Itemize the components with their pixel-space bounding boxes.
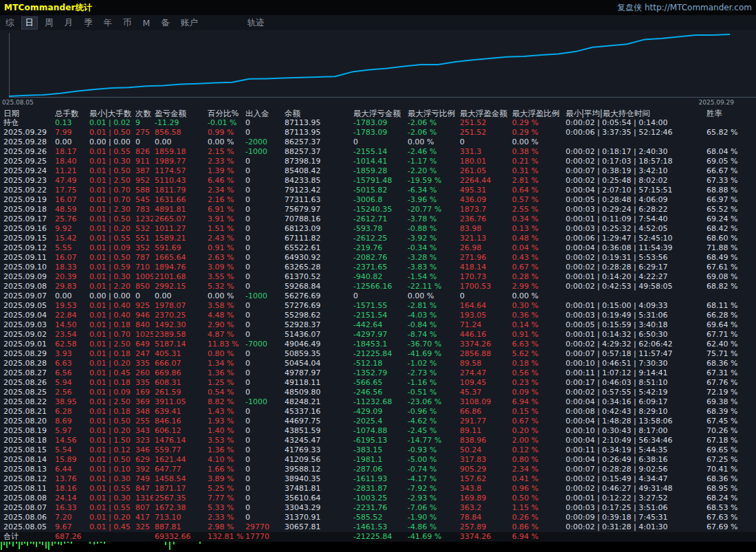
cell-9: -41.69 %: [406, 532, 458, 542]
table-row[interactable]: 2025.08.155.540.01 | 0.12346559.771.36 %…: [0, 445, 756, 455]
menu-item-3[interactable]: 月: [60, 16, 78, 30]
table-row[interactable]: 2025.09.2217.750.01 | 0.705881811.792.34…: [0, 186, 756, 195]
table-row[interactable]: 2025.08.276.560.01 | 0.45260669.861.36 %…: [0, 368, 756, 378]
table-row[interactable]: 2025.09.0162.580.01 | 2.506495187.1411.8…: [0, 340, 756, 349]
cell-2: 0.01 | 1.50: [88, 436, 134, 445]
cell-11: 0.29 %: [511, 128, 564, 137]
table-row[interactable]: 2025.08.293.930.01 | 0.18247405.310.80 %…: [0, 349, 756, 359]
site-link[interactable]: 复盘侠 http://MTCommander.com: [617, 2, 756, 14]
cell-12: 0:00:03 | 0:19:49 | 5:31:06: [564, 311, 705, 320]
table-row[interactable]: 2025.08.286.630.01 | 0.20335666.071.34 %…: [0, 359, 756, 368]
cell-9: -6.34 %: [406, 186, 458, 195]
cell-10: 45.37: [458, 388, 511, 397]
table-row[interactable]: 2025.09.169.920.01 | 0.205321011.271.51 …: [0, 224, 756, 234]
cell-3: 0: [134, 137, 153, 147]
table-row[interactable]: 2025.09.1116.070.01 | 0.507871665.642.63…: [0, 253, 756, 263]
table-row[interactable]: 2025.08.0824.140.01 | 0.3013162567.357.7…: [0, 494, 756, 503]
cell-12: 0:00:04 | 1:48:28 | 13:58:06: [564, 417, 705, 426]
cell-1: 18.16: [54, 484, 88, 494]
cell-9: -5.00 %: [406, 455, 458, 465]
stats-table: 日期总手数最小|大手数次数盈亏金额百分比%出入金余额最大浮亏金额最大浮亏比例最大…: [0, 109, 756, 542]
menu-item-6[interactable]: 币: [119, 16, 136, 30]
cell-9: -7.92 %: [406, 484, 458, 494]
table-row[interactable]: 2025.09.0829.830.01 | 2.208502992.155.32…: [0, 282, 756, 291]
menu-item-0[interactable]: 综: [1, 16, 19, 30]
table-row[interactable]: 2025.09.0314.500.01 | 0.188401492.302.90…: [0, 320, 756, 330]
cell-12: 0:00:10 | 0:30:43 | 8:17:00: [564, 426, 705, 436]
cell-5: 3.89 %: [206, 474, 244, 484]
table-row[interactable]: 2025.08.216.280.01 | 0.18348639.411.43 %…: [0, 407, 756, 417]
cell-3: 417: [134, 513, 153, 522]
table-row[interactable]: 2025.08.265.940.01 | 0.18335608.311.25 %…: [0, 378, 756, 388]
cell-7: 84233.85: [283, 176, 352, 186]
menu-item-7[interactable]: M: [139, 17, 155, 29]
table-row[interactable]: 2025.08.208.690.01 | 0.50255846.161.93 %…: [0, 417, 756, 426]
cell-13: [705, 137, 756, 147]
total-row[interactable]: 合计687.2669332.66132.81 %17770-21225.84-4…: [0, 532, 756, 542]
table-row[interactable]: 2025.08.1415.890.01 | 0.506291621.444.10…: [0, 455, 756, 465]
table-row[interactable]: 2025.09.2347.490.01 | 2.509525110.436.46…: [0, 176, 756, 186]
table-row[interactable]: 2025.09.0519.530.01 | 0.409251978.073.58…: [0, 301, 756, 311]
cell-7: 67111.82: [283, 234, 352, 243]
cell-2: 0.01 | 0.30: [88, 157, 134, 166]
cell-1: 38.95: [54, 397, 88, 407]
cell-11: 2.55 %: [511, 205, 564, 214]
cell-4: 1174.57: [153, 166, 206, 176]
cell-0: 2025.08.22: [0, 397, 54, 407]
cell-11: 2.81 %: [511, 176, 564, 186]
table-row[interactable]: 2025.08.252.560.01 | 0.09169261.590.54 %…: [0, 388, 756, 397]
table-row[interactable]: 2025.08.195.970.01 | 0.20343606.121.40 %…: [0, 426, 756, 436]
table-row[interactable]: 2025.08.2238.950.01 | 2.503693911.058.82…: [0, 397, 756, 407]
cell-8: -246.56: [352, 388, 406, 397]
cell-9: -1.16 %: [406, 378, 458, 388]
cell-1: 16.33: [54, 503, 88, 513]
table-row[interactable]: 2025.08.1814.560.01 | 1.503231476.143.53…: [0, 436, 756, 445]
cell-9: -3.83 %: [406, 263, 458, 272]
menu-item-4[interactable]: 季: [80, 16, 97, 30]
table-row[interactable]: 2025.09.1018.330.01 | 0.597101894.763.09…: [0, 263, 756, 272]
table-row[interactable]: 2025.09.2411.210.01 | 0.503871174.571.39…: [0, 166, 756, 176]
cell-9: -1.54 %: [406, 272, 458, 282]
cell-3: 649: [134, 340, 153, 349]
cell-11: 6.94 %: [511, 532, 564, 542]
cell-2: 0.01 | 0.20: [88, 224, 134, 234]
table-row[interactable]: 2025.09.0223.540.01 | 0.7010252389.584.8…: [0, 330, 756, 340]
menu-item-8[interactable]: 备: [157, 16, 174, 30]
cell-0: 2025.09.03: [0, 320, 54, 330]
cell-8: -15240.35: [352, 205, 406, 214]
table-row[interactable]: 2025.08.136.440.01 | 0.10392647.771.66 %…: [0, 465, 756, 474]
table-row[interactable]: 2025.09.2618.170.01 | 0.558261859.182.15…: [0, 147, 756, 157]
menu-item-1[interactable]: 日: [21, 16, 38, 30]
cell-9: -4.62 %: [406, 417, 458, 426]
table-row[interactable]: 2025.09.1725.760.01 | 0.5012322665.073.9…: [0, 214, 756, 224]
table-row[interactable]: 2025.09.2518.400.01 | 0.309111989.772.33…: [0, 157, 756, 166]
table-row[interactable]: 2025.09.1515.420.01 | 0.555511589.212.43…: [0, 234, 756, 243]
cell-11: 0.00 %: [511, 291, 564, 301]
table-row[interactable]: 2025.09.0422.840.01 | 0.409462370.254.48…: [0, 311, 756, 320]
menu-item-2[interactable]: 周: [41, 16, 58, 30]
cell-13: 71.88 %: [705, 243, 756, 253]
table-row[interactable]: 2025.09.0920.390.01 | 0.3010092101.683.5…: [0, 272, 756, 282]
table-row[interactable]: 2025.09.070.000.00 | 0.0000.000.00 %-100…: [0, 291, 756, 301]
table-row[interactable]: 2025.09.280.000.00 | 0.0000.000.00 %-200…: [0, 137, 756, 147]
table-row[interactable]: 2025.09.1848.590.01 | 2.307834891.816.91…: [0, 205, 756, 214]
cell-1: 2.56: [54, 388, 88, 397]
table-row[interactable]: 2025.08.1213.760.01 | 0.307491458.543.89…: [0, 474, 756, 484]
table-row[interactable]: 2025.09.125.550.01 | 0.09352591.690.91 %…: [0, 243, 756, 253]
cell-4: 2101.68: [153, 272, 206, 282]
table-row[interactable]: 2025.08.0716.330.01 | 0.558071672.385.33…: [0, 503, 756, 513]
table-row[interactable]: 2025.09.297.990.01 | 0.50275856.580.99 %…: [0, 128, 756, 137]
table-row[interactable]: 2025.09.1916.070.01 | 0.705451631.662.16…: [0, 195, 756, 205]
menu-item-10[interactable]: 轨迹: [243, 16, 269, 30]
menu-item-5[interactable]: 年: [100, 16, 117, 30]
header-cell-7: 余额: [283, 109, 352, 118]
cell-2: 0.01 | 0.40: [88, 311, 134, 320]
cell-5: 3.53 %: [206, 436, 244, 445]
table-row[interactable]: 持仓0.130.01 | 0.029-11.29-0.01 %087113.95…: [0, 118, 756, 128]
table-row[interactable]: 2025.08.1118.160.01 | 0.558471871.175.25…: [0, 484, 756, 494]
table-row[interactable]: 2025.08.059.670.01 | 0.45325887.812.98 %…: [0, 522, 756, 532]
cell-13: 68.11 %: [705, 301, 756, 311]
menu-item-9[interactable]: 账户: [177, 16, 202, 30]
cell-5: 2.16 %: [206, 195, 244, 205]
table-row[interactable]: 2025.08.067.200.01 | 0.20417713.102.33 %…: [0, 513, 756, 522]
